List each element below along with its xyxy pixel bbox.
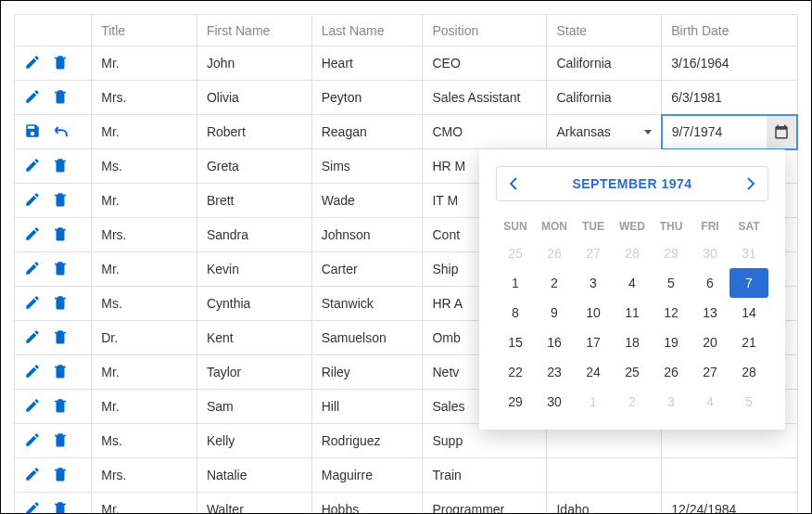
- calendar-header: SEPTEMBER 1974: [496, 166, 768, 201]
- cell-firstname: Olivia: [197, 81, 311, 115]
- edit-button[interactable]: [24, 157, 43, 175]
- calendar-week: 22232425262728: [496, 357, 768, 387]
- calendar-day[interactable]: 8: [496, 298, 535, 328]
- calendar-day[interactable]: 9: [535, 298, 574, 328]
- cell-state: [547, 458, 662, 493]
- calendar-day[interactable]: 17: [574, 328, 613, 357]
- edit-button[interactable]: [24, 225, 43, 244]
- calendar-day[interactable]: 5: [652, 268, 691, 298]
- calendar-dow: THU: [652, 214, 691, 238]
- delete-button[interactable]: [52, 431, 70, 450]
- delete-button[interactable]: [52, 260, 70, 278]
- calendar-day[interactable]: 13: [691, 298, 730, 328]
- calendar-day[interactable]: 27: [574, 238, 613, 268]
- delete-button[interactable]: [52, 466, 70, 484]
- calendar-day[interactable]: 18: [613, 328, 652, 357]
- calendar-day[interactable]: 24: [574, 357, 613, 387]
- calendar-day[interactable]: 26: [535, 238, 574, 268]
- header-position[interactable]: Position: [423, 15, 547, 46]
- save-button[interactable]: [24, 122, 43, 141]
- cell-firstname: Kelly: [197, 424, 311, 458]
- edit-button[interactable]: [24, 328, 43, 347]
- calendar-day[interactable]: 25: [496, 238, 535, 268]
- header-birthdate[interactable]: Birth Date: [662, 15, 797, 46]
- edit-button[interactable]: [24, 191, 43, 210]
- edit-button[interactable]: [24, 397, 43, 416]
- delete-button[interactable]: [52, 54, 70, 72]
- revert-button[interactable]: [52, 122, 70, 141]
- edit-button[interactable]: [24, 466, 43, 484]
- calendar-day[interactable]: 3: [574, 268, 613, 298]
- delete-button[interactable]: [52, 88, 70, 107]
- header-title[interactable]: Title: [92, 15, 197, 46]
- calendar-day[interactable]: 11: [613, 298, 652, 328]
- delete-button[interactable]: [52, 191, 70, 210]
- cell-firstname[interactable]: Robert: [197, 115, 311, 149]
- calendar-day[interactable]: 10: [574, 298, 613, 328]
- calendar-day[interactable]: 30: [535, 387, 574, 417]
- edit-button[interactable]: [24, 260, 43, 278]
- actions-cell: [15, 81, 92, 115]
- state-select[interactable]: Arkansas: [556, 124, 651, 139]
- calendar-day[interactable]: 6: [691, 268, 730, 298]
- calendar-day[interactable]: 23: [535, 357, 574, 387]
- calendar-day[interactable]: 20: [691, 328, 730, 357]
- cell-lastname[interactable]: Reagan: [311, 115, 423, 149]
- calendar-day[interactable]: 21: [730, 328, 768, 357]
- cell-title[interactable]: Mr.: [92, 115, 197, 149]
- calendar-day[interactable]: 4: [613, 268, 652, 298]
- calendar-day[interactable]: 25: [613, 357, 652, 387]
- calendar-day[interactable]: 3: [652, 387, 691, 417]
- calendar-day[interactable]: 5: [730, 387, 768, 417]
- calendar-title[interactable]: SEPTEMBER 1974: [530, 176, 734, 191]
- delete-button[interactable]: [52, 157, 70, 175]
- edit-button[interactable]: [24, 431, 43, 450]
- birthdate-input[interactable]: 9/7/1974: [663, 116, 767, 148]
- edit-button[interactable]: [24, 500, 43, 514]
- calendar-day[interactable]: 31: [730, 238, 768, 268]
- edit-button[interactable]: [24, 363, 43, 381]
- delete-button[interactable]: [52, 225, 70, 244]
- calendar-day[interactable]: 16: [535, 328, 574, 357]
- calendar-day[interactable]: 14: [730, 298, 768, 328]
- calendar-day[interactable]: 12: [652, 298, 691, 328]
- header-state[interactable]: State: [547, 15, 662, 46]
- calendar-day-selected[interactable]: 7: [730, 268, 768, 298]
- calendar-day[interactable]: 26: [652, 357, 691, 387]
- edit-button[interactable]: [24, 54, 43, 72]
- edit-button[interactable]: [24, 294, 43, 313]
- calendar-day[interactable]: 1: [574, 387, 613, 417]
- calendar-day[interactable]: 2: [535, 268, 574, 298]
- header-lastname[interactable]: Last Name: [311, 15, 423, 46]
- calendar-day[interactable]: 30: [691, 238, 730, 268]
- delete-button[interactable]: [52, 397, 70, 416]
- calendar-dow: SAT: [730, 214, 768, 238]
- cell-position[interactable]: CMO: [423, 115, 547, 149]
- edit-button[interactable]: [24, 88, 43, 107]
- calendar-day[interactable]: 29: [652, 238, 691, 268]
- calendar-day[interactable]: 15: [496, 328, 535, 357]
- delete-button[interactable]: [52, 294, 70, 313]
- cell-state[interactable]: Arkansas: [547, 115, 662, 149]
- header-firstname[interactable]: First Name: [197, 15, 311, 46]
- calendar-day[interactable]: 27: [691, 357, 730, 387]
- chevron-right-icon: [746, 177, 755, 190]
- calendar-prev-button[interactable]: [497, 177, 530, 190]
- header-row: Title First Name Last Name Position Stat…: [15, 15, 798, 46]
- delete-button[interactable]: [52, 328, 70, 347]
- calendar-day[interactable]: 28: [613, 238, 652, 268]
- calendar-day[interactable]: 2: [613, 387, 652, 417]
- calendar-day[interactable]: 22: [496, 357, 535, 387]
- calendar-day[interactable]: 19: [652, 328, 691, 357]
- cell-lastname: Carter: [311, 252, 423, 287]
- delete-button[interactable]: [52, 500, 70, 514]
- calendar-next-button[interactable]: [734, 177, 768, 190]
- table-row: Mrs.OliviaPeytonSales AssistantCaliforni…: [15, 81, 798, 115]
- delete-button[interactable]: [52, 363, 70, 381]
- calendar-day[interactable]: 29: [496, 387, 535, 417]
- calendar-day[interactable]: 1: [496, 268, 535, 298]
- date-picker-button[interactable]: [767, 116, 796, 148]
- cell-position: CEO: [423, 46, 547, 81]
- calendar-day[interactable]: 28: [730, 357, 768, 387]
- calendar-day[interactable]: 4: [691, 387, 730, 417]
